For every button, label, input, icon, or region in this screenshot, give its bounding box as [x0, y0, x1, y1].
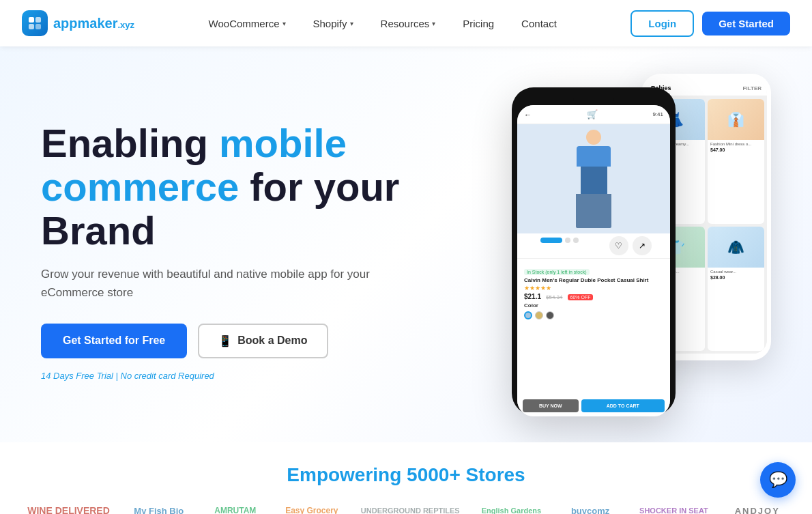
- brand-amrutam: AMRUTAM: [208, 506, 263, 514]
- product-card-label: Fashion Mini dress o...: [708, 140, 764, 147]
- product-card-price: $47.00: [708, 147, 764, 155]
- brands-title: Empowering 5000+ Stores: [27, 464, 785, 486]
- logo-icon: [22, 10, 48, 36]
- chat-icon: 💬: [769, 471, 787, 489]
- product-image-area: [517, 124, 670, 233]
- svg-rect-3: [35, 24, 41, 29]
- nav-right: Login Get Started: [630, 10, 790, 37]
- color-swatches: [524, 311, 663, 319]
- brands-section: Empowering 5000+ Stores WINE DELIVERED M…: [0, 442, 812, 514]
- product-title: Calvin Men's Regular Duble Pocket Casual…: [524, 277, 663, 283]
- svg-rect-0: [29, 17, 34, 23]
- phone-notch: [573, 96, 614, 105]
- phone-icon: 📱: [218, 334, 232, 347]
- phone-action-bar: ♡ ↗: [517, 233, 670, 259]
- hero-content: Enabling mobile commerce for your Brand …: [41, 122, 423, 381]
- product-discount-badge: 60% OFF: [568, 294, 594, 300]
- heart-icon: ♡: [609, 236, 628, 255]
- product-card: 👔 Fashion Mini dress o... $47.00: [708, 99, 764, 224]
- brand-andjoy: ANDJOY: [730, 506, 785, 515]
- hero-section: Enabling mobile commerce for your Brand …: [0, 46, 812, 442]
- svg-rect-2: [29, 24, 34, 29]
- product-card-image: 🧥: [708, 227, 764, 268]
- phone-buy-bar: BUY NOW ADD TO CART: [517, 395, 670, 416]
- product-info: In Stock (only 1 left in stock) Calvin M…: [517, 259, 670, 395]
- trial-text: 14 Days Free Trial | No credit card Requ…: [41, 371, 423, 381]
- logo[interactable]: appmaker.xyz: [22, 10, 134, 36]
- product-card-price: $28.00: [708, 275, 764, 283]
- cart-icon: 🛒: [587, 109, 598, 119]
- color-swatch-gold[interactable]: [535, 311, 543, 319]
- phone-topbar: ← 🛒 9:41: [517, 105, 670, 124]
- chat-bubble-button[interactable]: 💬: [760, 462, 796, 498]
- phone-main: ← 🛒 9:41: [512, 87, 676, 415]
- nav-item-shopify[interactable]: Shopify ▾: [302, 12, 364, 35]
- get-started-nav-button[interactable]: Get Started: [702, 12, 790, 35]
- brand-underground-reptiles: UNDERGROUND REPTILES: [361, 506, 460, 514]
- hero-phones: Babies FILTER 👗 Blush mark creamy... $72…: [484, 74, 771, 429]
- nav-item-resources[interactable]: Resources ▾: [370, 12, 447, 35]
- share-icon: ↗: [633, 236, 652, 255]
- product-price: $21.1: [524, 293, 541, 300]
- book-demo-button[interactable]: 📱 Book a Demo: [198, 324, 328, 358]
- color-swatch-blue[interactable]: [524, 311, 532, 319]
- brand-buycomz: buycomz: [563, 506, 618, 515]
- hero-buttons: Get Started for Free 📱 Book a Demo: [41, 324, 423, 358]
- product-stars: ★★★★★: [524, 285, 663, 291]
- chevron-down-icon: ▾: [432, 20, 435, 27]
- back-arrow-icon: ←: [524, 111, 532, 119]
- color-swatch-dark[interactable]: [546, 311, 554, 319]
- product-person-figure: [576, 130, 611, 228]
- hero-subtitle: Grow your revenue with beautiful and nat…: [41, 265, 382, 302]
- brand-english-gardens: English Gardens: [482, 506, 541, 514]
- hero-title: Enabling mobile commerce for your Brand: [41, 122, 423, 252]
- brands-row: WINE DELIVERED My Fish Bio AMRUTAM Easy …: [27, 505, 785, 514]
- add-to-cart-button[interactable]: ADD TO CART: [581, 399, 665, 412]
- color-label: Color: [524, 302, 663, 309]
- chevron-down-icon: ▾: [350, 20, 353, 27]
- brand-wine-delivered: WINE DELIVERED: [27, 505, 110, 514]
- brand-easy-grocery: Easy Grocery: [285, 506, 339, 514]
- phone-screen: ← 🛒 9:41: [517, 105, 670, 416]
- chevron-down-icon: ▾: [282, 20, 286, 27]
- nav-item-pricing[interactable]: Pricing: [452, 12, 505, 35]
- nav-links: WooCommerce ▾ Shopify ▾ Resources ▾ Pric…: [198, 12, 568, 35]
- product-stock-badge: In Stock (only 1 left in stock): [524, 269, 590, 275]
- nav-item-contact[interactable]: Contact: [510, 12, 568, 35]
- navbar: appmaker.xyz WooCommerce ▾ Shopify ▾ Res…: [0, 0, 812, 46]
- product-card-image: 👔: [708, 99, 764, 140]
- product-price-old: $54.34: [546, 294, 562, 300]
- svg-rect-1: [35, 17, 41, 23]
- product-card-label: Casual wear...: [708, 268, 764, 275]
- brand-my-fish-bio: My Fish Bio: [132, 506, 186, 515]
- brand-shocker-in-seat: SHOCKER IN SEAT: [639, 506, 708, 514]
- product-card: 🧥 Casual wear... $28.00: [708, 227, 764, 352]
- get-started-hero-button[interactable]: Get Started for Free: [41, 324, 187, 358]
- logo-text: appmaker.xyz: [53, 16, 134, 31]
- buy-now-button[interactable]: BUY NOW: [523, 399, 579, 412]
- login-button[interactable]: Login: [630, 10, 694, 37]
- phone-status: 9:41: [652, 111, 663, 117]
- nav-item-woocommerce[interactable]: WooCommerce ▾: [198, 12, 297, 35]
